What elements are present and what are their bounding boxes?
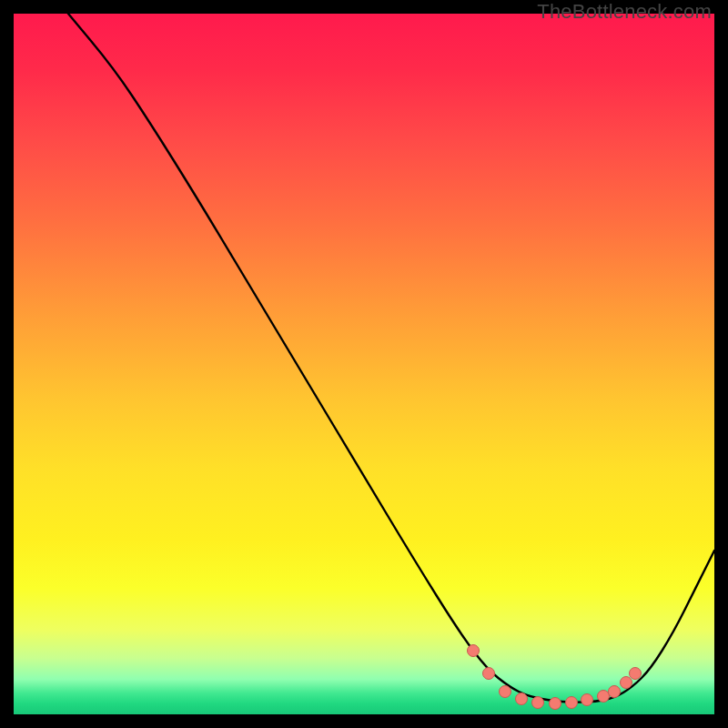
marker-dot [598, 691, 610, 703]
chart-overlay [14, 14, 714, 714]
marker-dot [621, 677, 632, 689]
attribution-label: TheBottleneck.com [537, 0, 712, 24]
marker-dot [550, 698, 561, 710]
marker-dot [516, 693, 528, 705]
marker-dots-group [468, 645, 642, 710]
marker-dot [609, 686, 621, 698]
marker-dot [500, 686, 511, 698]
bottleneck-curve [68, 14, 714, 703]
marker-dot [630, 668, 642, 680]
marker-dot [566, 697, 578, 709]
chart-canvas [14, 14, 714, 714]
marker-dot [483, 668, 495, 680]
marker-dot [532, 697, 544, 709]
marker-dot [468, 645, 480, 657]
marker-dot [581, 694, 593, 706]
